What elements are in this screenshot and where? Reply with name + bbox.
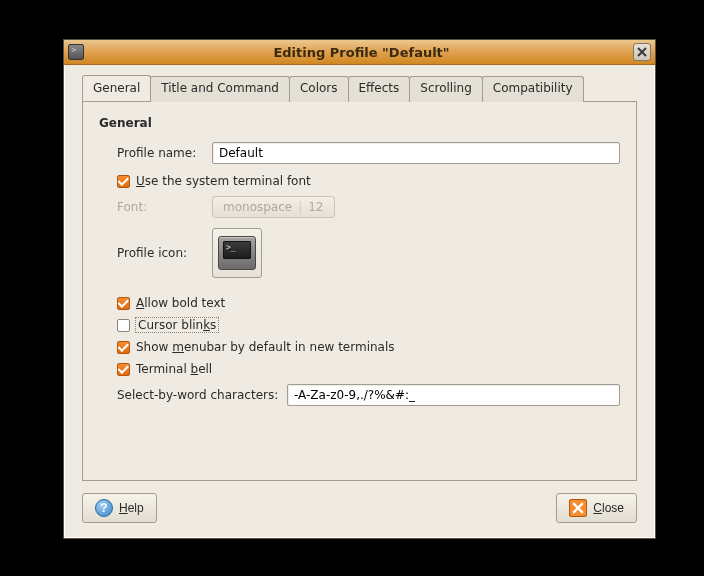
window-title: Editing Profile "Default" <box>90 45 633 60</box>
profile-name-input[interactable] <box>212 142 620 164</box>
row-select-by-word: Select-by-word characters: <box>99 384 620 406</box>
terminal-icon <box>218 236 256 270</box>
terminal-app-icon <box>68 44 84 60</box>
use-system-font-checkbox[interactable] <box>117 175 130 188</box>
font-size: 12 <box>308 200 323 214</box>
tab-effects[interactable]: Effects <box>348 76 411 102</box>
section-title: General <box>99 116 620 130</box>
tab-compatibility[interactable]: Compatibility <box>482 76 584 102</box>
cursor-blinks-label: Cursor blinks <box>136 318 218 332</box>
cursor-blinks-checkbox[interactable] <box>117 319 130 332</box>
show-menubar-checkbox[interactable] <box>117 341 130 354</box>
font-name: monospace <box>223 200 292 214</box>
terminal-bell-label: Terminal bell <box>136 362 212 376</box>
close-icon <box>637 47 647 57</box>
dialog-content: General Title and Command Colors Effects… <box>64 65 655 493</box>
row-use-system-font: Use the system terminal font <box>99 174 620 188</box>
dialog-window: Editing Profile "Default" General Title … <box>63 39 656 539</box>
row-font: Font: monospace | 12 <box>99 196 620 218</box>
terminal-bell-checkbox[interactable] <box>117 363 130 376</box>
window-close-button[interactable] <box>633 43 651 61</box>
close-icon <box>569 499 587 517</box>
allow-bold-checkbox[interactable] <box>117 297 130 310</box>
tab-title-and-command[interactable]: Title and Command <box>150 76 290 102</box>
allow-bold-label: Allow bold text <box>136 296 225 310</box>
font-chooser-button: monospace | 12 <box>212 196 335 218</box>
row-profile-icon: Profile icon: <box>99 228 620 278</box>
profile-name-label: Profile name: <box>117 146 212 160</box>
use-system-font-label: Use the system terminal font <box>136 174 311 188</box>
button-bar: ? Help Close <box>64 493 655 537</box>
tab-colors[interactable]: Colors <box>289 76 349 102</box>
row-terminal-bell: Terminal bell <box>99 362 620 376</box>
row-show-menubar: Show menubar by default in new terminals <box>99 340 620 354</box>
font-label: Font: <box>117 200 212 214</box>
show-menubar-label: Show menubar by default in new terminals <box>136 340 395 354</box>
row-profile-name: Profile name: <box>99 142 620 164</box>
close-button[interactable]: Close <box>556 493 637 523</box>
row-cursor-blinks: Cursor blinks <box>99 318 620 332</box>
select-by-word-label: Select-by-word characters: <box>117 388 287 402</box>
tab-scrolling[interactable]: Scrolling <box>409 76 482 102</box>
tab-panel-general: General Profile name: Use the system ter… <box>82 101 637 481</box>
titlebar[interactable]: Editing Profile "Default" <box>64 40 655 65</box>
row-allow-bold: Allow bold text <box>99 296 620 310</box>
tab-general[interactable]: General <box>82 75 151 101</box>
tab-strip: General Title and Command Colors Effects… <box>82 75 637 101</box>
help-icon: ? <box>95 499 113 517</box>
profile-icon-label: Profile icon: <box>117 246 212 260</box>
profile-icon-button[interactable] <box>212 228 262 278</box>
help-button[interactable]: ? Help <box>82 493 157 523</box>
select-by-word-input[interactable] <box>287 384 620 406</box>
